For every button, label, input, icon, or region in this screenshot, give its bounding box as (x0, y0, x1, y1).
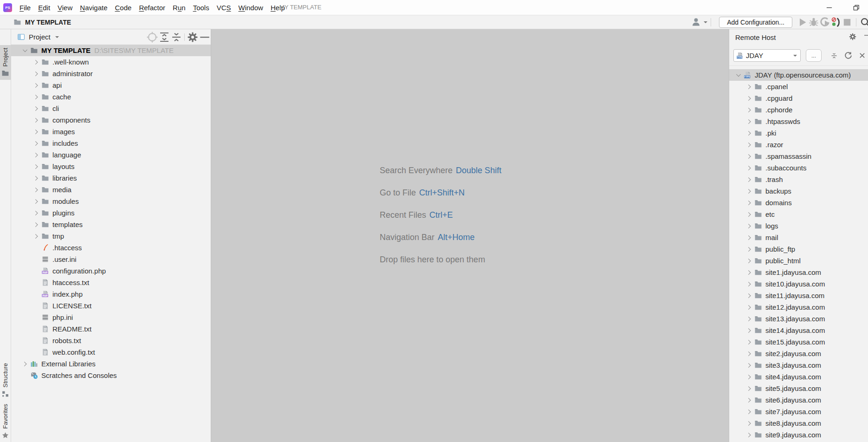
expand-all-icon[interactable] (158, 32, 170, 42)
chevron-icon[interactable] (745, 243, 754, 255)
tree-row[interactable]: etc (729, 208, 868, 220)
user-account-icon[interactable] (691, 17, 702, 28)
tree-row[interactable]: .cpanel (729, 81, 868, 92)
chevron-icon[interactable] (32, 172, 41, 184)
tree-row[interactable]: MY TEMPLATE D:\SITES\MY TEMPLATE (11, 45, 211, 56)
chevron-icon[interactable] (745, 406, 754, 417)
tree-row[interactable]: site14.jdayusa.com (729, 325, 868, 336)
tree-row[interactable]: templates (11, 219, 211, 230)
tree-row[interactable]: .well-known (11, 56, 211, 68)
tree-row[interactable]: PHP index.php (11, 288, 211, 300)
collapse-all-remote-icon[interactable] (828, 50, 840, 61)
chevron-icon[interactable] (745, 429, 754, 441)
menu-item[interactable]: Refactor (135, 2, 169, 13)
chevron-icon[interactable] (20, 45, 30, 56)
chevron-icon[interactable] (32, 300, 41, 312)
tree-row[interactable]: .htpasswds (729, 116, 868, 127)
tool-window-tab[interactable]: Project (0, 45, 11, 80)
tree-row[interactable]: includes (11, 137, 211, 149)
menu-item[interactable]: File (16, 2, 34, 13)
tree-row[interactable]: site13.jdayusa.com (729, 313, 868, 325)
tree-row[interactable]: site3.jdayusa.com (729, 359, 868, 371)
tree-row[interactable]: site6.jdayusa.com (729, 394, 868, 406)
tree-row[interactable]: cli (11, 103, 211, 114)
chevron-icon[interactable] (20, 358, 30, 370)
tree-row[interactable]: api (11, 79, 211, 91)
hide-panel-icon[interactable] (199, 32, 211, 42)
tree-row[interactable]: External Libraries (11, 358, 211, 370)
tree-row[interactable]: site5.jdayusa.com (729, 383, 868, 394)
menu-item[interactable]: Edit (34, 2, 54, 13)
chevron-icon[interactable] (745, 371, 754, 383)
menu-item[interactable]: Tools (189, 2, 213, 13)
chevron-icon[interactable] (745, 336, 754, 348)
chevron-icon[interactable] (32, 242, 41, 254)
tree-row[interactable]: components (11, 114, 211, 126)
tree-row[interactable]: site15.jdayusa.com (729, 336, 868, 348)
menu-item[interactable]: View (54, 2, 76, 13)
tree-row[interactable]: mail (729, 232, 868, 243)
chevron-icon[interactable] (745, 325, 754, 336)
hide-remote-panel-icon[interactable] (863, 32, 868, 41)
tree-row[interactable]: site7.jdayusa.com (729, 406, 868, 417)
tool-window-mode-icon[interactable] (17, 33, 25, 41)
chevron-icon[interactable] (745, 92, 754, 104)
tree-row[interactable]: web.config.txt (11, 346, 211, 358)
chevron-icon[interactable] (32, 161, 41, 172)
refresh-icon[interactable] (842, 50, 854, 61)
tree-row[interactable]: language (11, 149, 211, 161)
tree-row[interactable]: backups (729, 185, 868, 197)
tree-row[interactable]: site4.jdayusa.com (729, 371, 868, 383)
tree-row[interactable]: .trash (729, 174, 868, 185)
menu-item[interactable]: Run (169, 2, 189, 13)
tree-row[interactable]: .pki (729, 127, 868, 139)
tree-row[interactable]: .htaccess (11, 242, 211, 254)
tree-row[interactable]: cache (11, 91, 211, 103)
chevron-icon[interactable] (32, 114, 41, 126)
tree-row[interactable]: site2.jdayusa.com (729, 348, 868, 359)
chevron-icon[interactable] (745, 255, 754, 266)
debug-icon[interactable] (808, 17, 819, 28)
chevron-icon[interactable] (32, 277, 41, 288)
chevron-icon[interactable] (32, 103, 41, 114)
tree-row[interactable]: layouts (11, 161, 211, 172)
chevron-icon[interactable] (32, 265, 41, 277)
tree-row[interactable]: site8.jdayusa.com (729, 417, 868, 429)
tree-row[interactable]: Scratches and Consoles (11, 370, 211, 381)
chevron-icon[interactable] (32, 79, 41, 91)
run-with-profiler-icon[interactable] (830, 17, 842, 28)
chevron-icon[interactable] (745, 266, 754, 278)
restore-window-icon[interactable] (852, 4, 860, 12)
tree-row[interactable]: media (11, 184, 211, 195)
chevron-icon[interactable] (32, 346, 41, 358)
chevron-icon[interactable] (32, 312, 41, 323)
tree-row[interactable]: administrator (11, 68, 211, 79)
tree-row[interactable]: public_html (729, 255, 868, 266)
tree-row[interactable]: PHP configuration.php (11, 265, 211, 277)
breadcrumb-project-name[interactable]: MY TEMPLATE (25, 19, 71, 26)
minimize-window-icon[interactable] (825, 4, 833, 12)
tool-window-tab[interactable]: Favorites (0, 401, 11, 442)
remote-settings-gear-icon[interactable] (849, 32, 857, 43)
chevron-icon[interactable] (745, 278, 754, 290)
tree-row[interactable]: htaccess.txt (11, 277, 211, 288)
tree-row[interactable]: .cphorde (729, 104, 868, 116)
server-selector-dropdown[interactable]: FTPS JDAY (733, 49, 801, 62)
tree-row[interactable]: .razor (729, 139, 868, 150)
chevron-icon[interactable] (32, 219, 41, 230)
tree-row[interactable]: LICENSE.txt (11, 300, 211, 312)
chevron-icon[interactable] (32, 288, 41, 300)
user-dropdown-caret-icon[interactable] (704, 21, 707, 23)
chevron-icon[interactable] (745, 301, 754, 313)
tree-row[interactable]: site9.jdayusa.com (729, 429, 868, 441)
collapse-all-icon[interactable] (170, 32, 182, 42)
chevron-icon[interactable] (745, 348, 754, 359)
chevron-icon[interactable] (745, 162, 754, 174)
tree-row[interactable]: tmp (11, 230, 211, 242)
chevron-icon[interactable] (745, 208, 754, 220)
chevron-icon[interactable] (745, 81, 754, 92)
chevron-icon[interactable] (20, 370, 30, 381)
chevron-icon[interactable] (32, 68, 41, 79)
chevron-icon[interactable] (745, 394, 754, 406)
menu-item[interactable]: Code (111, 2, 136, 13)
